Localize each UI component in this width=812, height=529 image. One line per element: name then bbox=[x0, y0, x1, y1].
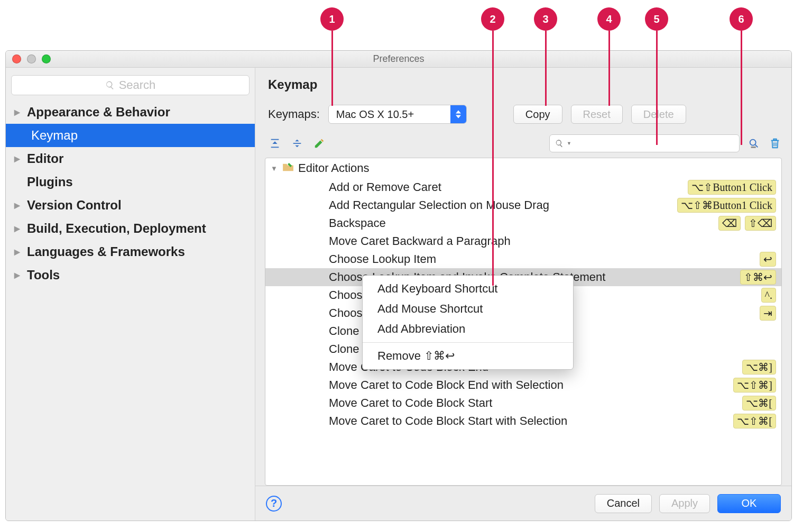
sidebar-item-label: Languages & Frameworks bbox=[27, 244, 185, 259]
help-button[interactable]: ? bbox=[266, 496, 282, 512]
shortcut-chips: ⌥⇧Button1 Click bbox=[688, 180, 776, 195]
disclosure-icon: ▶ bbox=[14, 248, 22, 256]
ctx-remove-shortcut[interactable]: Remove ⇧⌘↩ bbox=[363, 346, 573, 366]
context-menu: Add Keyboard Shortcut Add Mouse Shortcut… bbox=[362, 275, 574, 370]
ctx-separator bbox=[363, 342, 573, 343]
search-icon bbox=[555, 139, 564, 148]
shortcut-chips: ⌥⇧⌘] bbox=[733, 378, 776, 393]
action-label: Choose Lookup Item bbox=[329, 252, 436, 266]
ctx-add-mouse-shortcut[interactable]: Add Mouse Shortcut bbox=[363, 299, 573, 319]
callout-1: 1 bbox=[320, 7, 344, 31]
sidebar-item-label: Plugins bbox=[27, 175, 73, 189]
panel-title: Keymap bbox=[268, 77, 782, 92]
shortcut-chip: ⌥⇧⌘Button1 Click bbox=[677, 198, 776, 213]
sidebar-item-label: Keymap bbox=[31, 128, 78, 143]
reset-button[interactable]: Reset bbox=[571, 105, 623, 124]
shortcut-chips: ⌥⇧⌘Button1 Click bbox=[677, 198, 776, 213]
shortcut-chips: ^. bbox=[761, 288, 776, 303]
delete-button[interactable]: Delete bbox=[631, 105, 686, 124]
tree-row[interactable]: Add or Remove Caret⌥⇧Button1 Click bbox=[265, 178, 781, 196]
action-label: Move Caret to Code Block Start bbox=[329, 396, 492, 410]
folder-icon bbox=[282, 161, 294, 175]
disclosure-icon: ▶ bbox=[14, 108, 22, 116]
sidebar-item-plugins[interactable]: Plugins bbox=[6, 170, 255, 194]
shortcut-chip: ⌥⌘[ bbox=[742, 396, 776, 411]
find-action-by-shortcut-icon[interactable] bbox=[747, 136, 761, 150]
shortcut-chips: ⌫⇧⌫ bbox=[718, 216, 776, 231]
shortcut-chips: ⇥ bbox=[760, 306, 776, 321]
window-title: Preferences bbox=[6, 53, 791, 65]
sidebar-item-languages-frameworks[interactable]: ▶Languages & Frameworks bbox=[6, 240, 255, 263]
action-label: Move Caret Backward a Paragraph bbox=[329, 234, 511, 248]
apply-button[interactable]: Apply bbox=[659, 494, 710, 513]
sidebar-item-label: Appearance & Behavior bbox=[27, 105, 170, 120]
svg-point-0 bbox=[750, 140, 756, 145]
sidebar-item-version-control[interactable]: ▶Version Control bbox=[6, 194, 255, 217]
callout-4: 4 bbox=[597, 7, 621, 31]
search-placeholder: Search bbox=[119, 78, 156, 92]
shortcut-chip: ⌫ bbox=[718, 216, 741, 231]
tree-row[interactable]: Move Caret Backward a Paragraph bbox=[265, 232, 781, 250]
tree-row[interactable]: Move Caret to Code Block Start with Sele… bbox=[265, 412, 781, 430]
callout-5: 5 bbox=[645, 7, 668, 31]
shortcut-chip: ⌥⇧⌘] bbox=[733, 378, 776, 393]
tree-row[interactable]: Choose Lookup Item↩ bbox=[265, 250, 781, 268]
sidebar-list: ▶Appearance & BehaviorKeymap▶EditorPlugi… bbox=[6, 101, 255, 521]
action-label: Move Caret to Code Block End with Select… bbox=[329, 378, 564, 392]
select-arrows-icon bbox=[450, 105, 466, 123]
callout-2: 2 bbox=[481, 7, 504, 31]
disclosure-icon: ▶ bbox=[14, 271, 22, 279]
cancel-button[interactable]: Cancel bbox=[595, 494, 652, 513]
callout-6: 6 bbox=[730, 7, 753, 31]
keymaps-label: Keymaps: bbox=[268, 107, 320, 121]
shortcut-chip: ⇥ bbox=[760, 306, 776, 321]
disclosure-icon: ▼ bbox=[271, 165, 278, 172]
titlebar[interactable]: Preferences bbox=[6, 51, 791, 68]
sidebar-item-appearance-behavior[interactable]: ▶Appearance & Behavior bbox=[6, 101, 255, 124]
keymaps-value: Mac OS X 10.5+ bbox=[329, 108, 450, 121]
disclosure-icon: ▶ bbox=[14, 154, 22, 163]
sidebar-item-editor[interactable]: ▶Editor bbox=[6, 147, 255, 170]
search-icon bbox=[105, 80, 115, 90]
shortcut-chips: ↩ bbox=[760, 252, 776, 267]
sidebar-item-tools[interactable]: ▶Tools bbox=[6, 263, 255, 287]
footer: ? Cancel Apply OK bbox=[255, 486, 791, 521]
sidebar-item-keymap[interactable]: Keymap bbox=[6, 124, 255, 147]
shortcut-chip: ^. bbox=[761, 288, 776, 303]
shortcut-chips: ⌥⇧⌘[ bbox=[733, 414, 776, 428]
tree-row[interactable]: Add Rectangular Selection on Mouse Drag⌥… bbox=[265, 196, 781, 214]
expand-all-icon[interactable] bbox=[268, 136, 282, 150]
action-label: Add Rectangular Selection on Mouse Drag bbox=[329, 198, 549, 212]
keymaps-select[interactable]: Mac OS X 10.5+ bbox=[328, 105, 467, 124]
shortcut-chips: ⌥⌘[ bbox=[742, 396, 776, 411]
trash-icon[interactable] bbox=[768, 136, 782, 150]
copy-button[interactable]: Copy bbox=[513, 105, 562, 124]
sidebar-item-build-execution-deployment[interactable]: ▶Build, Execution, Deployment bbox=[6, 217, 255, 240]
sidebar-item-label: Editor bbox=[27, 151, 63, 166]
shortcut-chips: ⌥⌘] bbox=[742, 360, 776, 375]
disclosure-icon: ▶ bbox=[14, 201, 22, 209]
shortcut-chip: ⌥⇧⌘[ bbox=[733, 414, 776, 428]
sidebar-item-label: Build, Execution, Deployment bbox=[27, 221, 206, 236]
callout-3: 3 bbox=[534, 7, 557, 31]
ok-button[interactable]: OK bbox=[717, 494, 781, 513]
tree-group-header[interactable]: ▼Editor Actions bbox=[265, 158, 781, 178]
sidebar-item-label: Tools bbox=[27, 268, 60, 282]
tree-row[interactable]: Move Caret to Code Block End with Select… bbox=[265, 376, 781, 394]
filter-input[interactable]: ▼ bbox=[549, 134, 740, 152]
shortcut-chip: ⇧⌫ bbox=[745, 216, 776, 231]
disclosure-icon: ▶ bbox=[14, 224, 22, 233]
ctx-add-abbreviation[interactable]: Add Abbreviation bbox=[363, 319, 573, 339]
action-label: Move Caret to Code Block Start with Sele… bbox=[329, 414, 567, 428]
collapse-all-icon[interactable] bbox=[290, 136, 304, 150]
ctx-add-keyboard-shortcut[interactable]: Add Keyboard Shortcut bbox=[363, 279, 573, 299]
action-label: Add or Remove Caret bbox=[329, 180, 441, 194]
sidebar: Search ▶Appearance & BehaviorKeymap▶Edit… bbox=[6, 68, 255, 521]
tree-row[interactable]: Backspace⌫⇧⌫ bbox=[265, 214, 781, 232]
tree-row[interactable]: Move Caret to Code Block Start⌥⌘[ bbox=[265, 394, 781, 412]
search-input[interactable]: Search bbox=[11, 75, 250, 95]
edit-icon[interactable] bbox=[312, 136, 326, 150]
dropdown-icon: ▼ bbox=[567, 141, 571, 146]
sidebar-item-label: Version Control bbox=[27, 198, 122, 213]
shortcut-chip: ⇧⌘↩ bbox=[740, 270, 776, 285]
